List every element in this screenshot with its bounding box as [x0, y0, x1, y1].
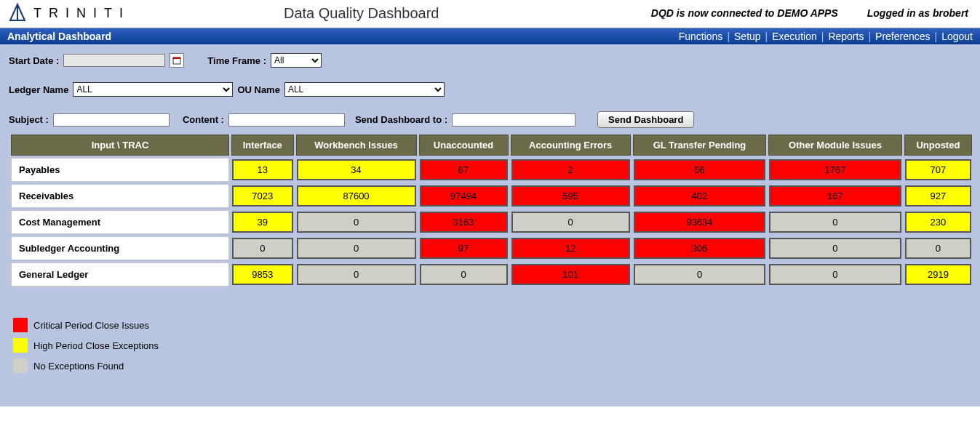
cell-value[interactable]: 707 — [905, 159, 971, 180]
data-cell[interactable]: 2 — [511, 158, 631, 182]
nav-title: Analytical Dashboard — [7, 31, 111, 42]
data-cell[interactable]: 306 — [633, 236, 766, 260]
send-to-input[interactable] — [452, 113, 575, 127]
nav-setup[interactable]: Setup — [734, 31, 761, 42]
cell-value[interactable]: 97494 — [420, 185, 508, 207]
data-cell[interactable]: 927 — [904, 184, 972, 208]
cell-value[interactable]: 0 — [420, 264, 508, 285]
cell-value[interactable]: 101 — [511, 264, 630, 285]
data-cell[interactable]: 230 — [904, 210, 972, 234]
cell-value[interactable]: 306 — [634, 238, 765, 259]
filters-panel: Start Date : Time Frame : All Ledger Nam… — [0, 44, 980, 406]
cell-value[interactable]: 0 — [297, 238, 416, 259]
cell-value[interactable]: 0 — [905, 238, 971, 259]
data-cell[interactable]: 0 — [296, 236, 417, 260]
data-cell[interactable]: 0 — [633, 262, 766, 286]
cell-value[interactable]: 0 — [511, 212, 630, 233]
data-cell[interactable]: 13 — [231, 158, 294, 182]
cell-value[interactable]: 402 — [634, 185, 765, 207]
calendar-icon[interactable] — [170, 53, 184, 68]
swatch-high — [13, 338, 28, 353]
data-cell[interactable]: 93634 — [633, 210, 766, 234]
data-cell[interactable]: 402 — [633, 184, 766, 208]
data-cell[interactable]: 34 — [296, 158, 417, 182]
row-label: Cost Management — [11, 210, 229, 234]
filter-row-send: Subject : Content : Send Dashboard to : … — [9, 111, 974, 128]
data-cell[interactable]: 2919 — [904, 262, 972, 286]
send-dashboard-button[interactable]: Send Dashboard — [597, 111, 694, 128]
data-cell[interactable]: 97 — [419, 236, 509, 260]
cell-value[interactable]: 93634 — [634, 212, 765, 233]
nav-execution[interactable]: Execution — [772, 31, 816, 42]
cell-value[interactable]: 87600 — [297, 185, 416, 207]
cell-value[interactable]: 34 — [297, 159, 416, 180]
nav-logout[interactable]: Logout — [941, 31, 973, 42]
cell-value[interactable]: 0 — [769, 238, 901, 259]
ou-select[interactable]: ALL — [284, 82, 445, 97]
nav-reports[interactable]: Reports — [828, 31, 864, 42]
data-cell[interactable]: 67 — [419, 158, 509, 182]
cell-value[interactable]: 0 — [769, 264, 901, 285]
data-cell[interactable]: 101 — [511, 262, 631, 286]
subject-input[interactable] — [53, 113, 170, 127]
cell-value[interactable]: 56 — [634, 159, 765, 180]
data-cell[interactable]: 9853 — [231, 262, 294, 286]
nav-preferences[interactable]: Preferences — [875, 31, 930, 42]
data-cell[interactable]: 87600 — [296, 184, 417, 208]
cell-value[interactable]: 13 — [232, 159, 293, 180]
data-cell[interactable]: 7023 — [231, 184, 294, 208]
cell-value[interactable]: 1767 — [769, 159, 901, 180]
subject-label: Subject : — [9, 114, 49, 125]
col-gl-transfer: GL Transfer Pending — [633, 135, 766, 156]
data-cell[interactable]: 39 — [231, 210, 294, 234]
data-cell[interactable]: 0 — [296, 210, 417, 234]
data-cell[interactable]: 167 — [768, 184, 902, 208]
data-cell[interactable]: 3163 — [419, 210, 509, 234]
legend-none-label: No Exceptions Found — [33, 361, 124, 372]
data-cell[interactable]: 0 — [296, 262, 417, 286]
row-label: Payables — [11, 158, 229, 182]
cell-value[interactable]: 39 — [232, 212, 293, 233]
time-frame-select[interactable]: All — [271, 53, 322, 68]
cell-value[interactable]: 12 — [511, 238, 630, 259]
cell-value[interactable]: 3163 — [420, 212, 508, 233]
data-cell[interactable]: 0 — [231, 236, 294, 260]
data-cell[interactable]: 707 — [904, 158, 972, 182]
cell-value[interactable]: 0 — [769, 212, 901, 233]
data-cell[interactable]: 56 — [633, 158, 766, 182]
cell-value[interactable]: 0 — [297, 212, 416, 233]
data-cell[interactable]: 1767 — [768, 158, 902, 182]
ledger-select[interactable]: ALL — [73, 82, 233, 97]
content-input[interactable] — [228, 113, 345, 127]
cell-value[interactable]: 927 — [905, 185, 971, 207]
cell-value[interactable]: 9853 — [232, 264, 293, 285]
cell-value[interactable]: 7023 — [232, 185, 293, 207]
cell-value[interactable]: 0 — [232, 238, 293, 259]
data-cell[interactable]: 12 — [511, 236, 631, 260]
table-row: Payables1334672561767707 — [11, 158, 972, 182]
cell-value[interactable]: 67 — [420, 159, 508, 180]
row-label: General Ledger — [11, 262, 229, 286]
filter-row-ledger: Ledger Name ALL OU Name ALL — [9, 82, 974, 97]
data-cell[interactable]: 595 — [511, 184, 631, 208]
nav-functions[interactable]: Functions — [679, 31, 723, 42]
data-cell[interactable]: 0 — [768, 262, 902, 286]
data-cell[interactable]: 0 — [511, 210, 631, 234]
data-cell[interactable]: 97494 — [419, 184, 509, 208]
table-row: Subledger Accounting00971230600 — [11, 236, 972, 260]
start-date-input[interactable] — [63, 54, 165, 67]
data-cell[interactable]: 0 — [768, 210, 902, 234]
data-cell[interactable]: 0 — [904, 236, 972, 260]
cell-value[interactable]: 167 — [769, 185, 901, 207]
cell-value[interactable]: 2 — [511, 159, 630, 180]
logo-icon — [7, 3, 28, 23]
cell-value[interactable]: 97 — [420, 238, 508, 259]
cell-value[interactable]: 595 — [511, 185, 630, 207]
cell-value[interactable]: 2919 — [905, 264, 971, 285]
data-cell[interactable]: 0 — [768, 236, 902, 260]
cell-value[interactable]: 0 — [297, 264, 416, 285]
cell-value[interactable]: 0 — [634, 264, 765, 285]
cell-value[interactable]: 230 — [905, 212, 971, 233]
data-cell[interactable]: 0 — [419, 262, 509, 286]
table-row: General Ledger985300101002919 — [11, 262, 972, 286]
